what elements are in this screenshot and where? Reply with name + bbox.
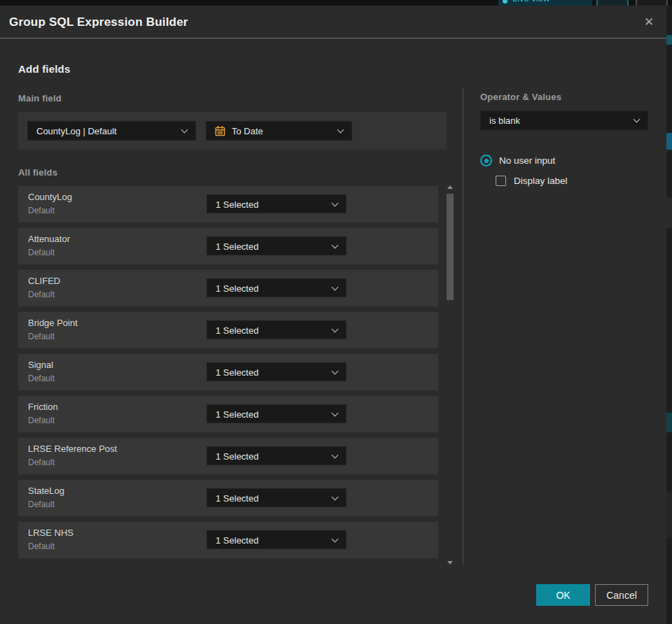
field-select-value: 1 Selected (216, 492, 258, 503)
field-subtitle: Default (28, 541, 55, 551)
main-field-dropdown-value: CountyLog | Default (36, 126, 117, 136)
list-scrollbar[interactable] (445, 184, 455, 566)
main-field-dropdown[interactable]: CountyLog | Default (27, 121, 196, 141)
date-dropdown-value: To Date (232, 126, 263, 136)
radio-dot (484, 159, 489, 163)
field-row-countylog: CountyLog Default 1 Selected (18, 186, 438, 222)
dialog-title: Group SQL Expression Builder (9, 6, 188, 38)
background-button-fragment (636, 0, 668, 6)
live-view-dot-icon (503, 0, 507, 3)
chevron-down-icon (332, 199, 339, 206)
scroll-down-arrow-icon[interactable] (447, 561, 453, 565)
field-select-value: 1 Selected (216, 367, 258, 377)
field-select-value: 1 Selected (216, 199, 258, 209)
date-attribute-dropdown[interactable]: To Date (206, 121, 352, 141)
background-fragment (666, 35, 672, 45)
field-row-lrse-reference-post: LRSE Reference Post Default 1 Selected (18, 438, 438, 474)
no-user-input-label: No user input (499, 155, 555, 166)
chevron-down-icon (332, 325, 339, 332)
panel-divider (463, 87, 463, 565)
field-select-dropdown[interactable]: 1 Selected (206, 404, 346, 423)
field-subtitle: Default (28, 416, 55, 425)
field-name: CLIFED (28, 276, 60, 286)
add-fields-heading: Add fields (18, 63, 71, 75)
background-app-right-strip (666, 6, 672, 624)
all-fields-list: CountyLog Default 1 Selected Attenuator … (18, 186, 438, 558)
scrollbar-thumb[interactable] (447, 194, 454, 300)
field-select-value: 1 Selected (216, 451, 258, 461)
field-select-dropdown[interactable]: 1 Selected (206, 194, 346, 213)
field-select-value: 1 Selected (216, 409, 258, 419)
group-sql-expression-builder-dialog: Group SQL Expression Builder ✕ Add field… (0, 6, 666, 624)
background-fragment (666, 492, 672, 537)
field-subtitle: Default (28, 332, 55, 341)
chevron-down-icon (332, 451, 339, 458)
field-select-value: 1 Selected (216, 534, 258, 545)
chevron-down-icon (332, 493, 339, 500)
field-name: Signal (28, 360, 53, 370)
field-row-statelog: StateLog Default 1 Selected (18, 480, 438, 516)
display-label-text: Display label (514, 176, 568, 186)
field-name: Attenuator (28, 234, 70, 244)
background-fragment (666, 133, 672, 150)
operator-values-label: Operator & Values (480, 92, 561, 102)
field-select-value: 1 Selected (216, 241, 258, 251)
field-name: StateLog (28, 485, 64, 496)
field-subtitle: Default (28, 458, 55, 467)
main-field-panel: CountyLog | Default To Date (18, 112, 447, 150)
close-button[interactable]: ✕ (640, 13, 658, 31)
field-select-value: 1 Selected (216, 325, 258, 335)
field-select-dropdown[interactable]: 1 Selected (206, 278, 346, 297)
field-row-bridge-point: Bridge Point Default 1 Selected (18, 312, 438, 348)
chevron-down-icon (181, 127, 188, 134)
live-view-tab-fragment: Live view (498, 0, 592, 6)
field-subtitle: Default (28, 499, 55, 509)
chevron-down-icon (332, 409, 339, 416)
field-select-dropdown[interactable]: 1 Selected (206, 362, 346, 381)
chevron-down-icon (332, 367, 339, 374)
radio-selected-icon (480, 155, 492, 166)
field-name: Bridge Point (28, 318, 78, 328)
cancel-button[interactable]: Cancel (595, 584, 648, 606)
scroll-up-arrow-icon[interactable] (447, 185, 453, 189)
screen: Live view Group SQL Expression Builder ✕… (0, 0, 672, 624)
field-row-signal: Signal Default 1 Selected (18, 354, 438, 390)
chevron-down-icon (332, 283, 339, 290)
background-button-fragment (596, 0, 629, 6)
field-subtitle: Default (28, 248, 55, 257)
all-fields-label: All fields (18, 167, 57, 178)
live-view-label: Live view (512, 0, 550, 3)
field-select-dropdown[interactable]: 1 Selected (206, 320, 346, 339)
field-subtitle: Default (28, 206, 55, 215)
chevron-down-icon (337, 127, 344, 134)
field-name: CountyLog (28, 192, 72, 202)
field-name: LRSE Reference Post (28, 444, 117, 454)
field-select-dropdown[interactable]: 1 Selected (206, 530, 346, 549)
operator-dropdown[interactable]: is blank (480, 111, 648, 130)
field-name: Friction (28, 402, 58, 412)
field-row-attenuator: Attenuator Default 1 Selected (18, 228, 438, 264)
checkbox-unchecked-icon (496, 176, 506, 186)
field-name: LRSE NHS (28, 527, 74, 538)
operator-dropdown-value: is blank (489, 115, 520, 126)
field-select-dropdown[interactable]: 1 Selected (206, 488, 346, 507)
field-subtitle: Default (28, 374, 55, 383)
ok-button[interactable]: OK (536, 584, 590, 606)
main-field-label: Main field (18, 93, 62, 104)
field-row-lrse-nhs: LRSE NHS Default 1 Selected (18, 522, 438, 558)
calendar-icon (214, 125, 226, 137)
field-row-friction: Friction Default 1 Selected (18, 396, 438, 432)
field-select-dropdown[interactable]: 1 Selected (206, 236, 346, 255)
chevron-down-icon (332, 241, 339, 248)
background-app-top-strip: Live view (0, 0, 672, 6)
background-fragment (666, 197, 672, 228)
background-fragment (666, 413, 672, 432)
field-subtitle: Default (28, 290, 55, 299)
close-icon: ✕ (644, 15, 654, 29)
field-select-dropdown[interactable]: 1 Selected (206, 446, 346, 465)
field-select-value: 1 Selected (216, 283, 258, 293)
chevron-down-icon (332, 535, 339, 542)
chevron-down-icon (634, 116, 640, 123)
dialog-header: Group SQL Expression Builder ✕ (0, 6, 666, 38)
field-row-clifed: CLIFED Default 1 Selected (18, 270, 438, 306)
